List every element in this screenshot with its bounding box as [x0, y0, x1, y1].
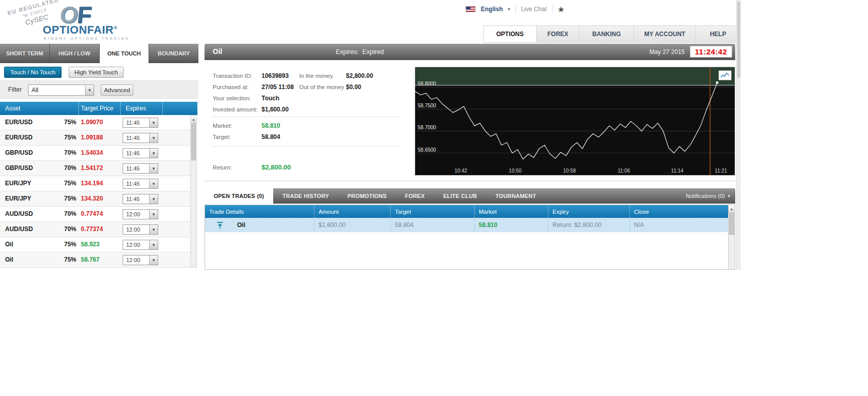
- tab-boundary[interactable]: BOUNDARY: [149, 44, 198, 63]
- asset-row[interactable]: EUR/JPY 75% 134.320 11:45▾: [0, 191, 190, 207]
- field-label: Transaction ID:: [213, 73, 252, 79]
- scroll-up-icon[interactable]: ▲: [729, 205, 735, 213]
- chevron-down-icon[interactable]: ▾: [85, 85, 94, 95]
- open-trade-row[interactable]: Oil $1,600.00 58.804 58.810 Return: $2,8…: [205, 218, 728, 232]
- advanced-button[interactable]: Advanced: [101, 84, 133, 96]
- asset-row[interactable]: EUR/USD 75% 1.09070 11:45▾: [0, 115, 190, 130]
- filter-label: Filter: [8, 86, 22, 93]
- asset-row[interactable]: Oil 75% 58.923 12:00▾: [0, 237, 190, 252]
- scrollbar-thumb[interactable]: [737, 2, 740, 78]
- asset-row[interactable]: EUR/JPY 75% 134.194 11:45▾: [0, 176, 190, 191]
- target-price: 1.09188: [81, 134, 103, 141]
- target-price: 134.194: [81, 180, 103, 187]
- chevron-down-icon[interactable]: ▾: [149, 149, 158, 158]
- column-header-expires: Expires: [121, 102, 163, 115]
- tab-open-trades[interactable]: OPEN TRADES (0): [205, 188, 273, 204]
- live-chat-link[interactable]: Live Chat: [521, 6, 547, 13]
- svg-text:58.7500: 58.7500: [418, 103, 437, 108]
- asset-name: AUD/USD: [5, 225, 33, 233]
- tab-short-term[interactable]: SHORT TERM: [0, 44, 50, 63]
- high-yield-touch-button[interactable]: High Yield Touch: [69, 67, 124, 78]
- current-date: May 27 2015: [649, 48, 684, 55]
- svg-text:10:58: 10:58: [563, 168, 576, 174]
- asset-row[interactable]: GBP/USD 70% 1.54172 11:45▾: [0, 161, 190, 176]
- touch-up-icon: [216, 221, 224, 229]
- purchased-at: 27/05 11:08: [262, 83, 294, 91]
- column-header-expiry: Expiry: [548, 205, 630, 218]
- expiry-value: 11:45: [123, 165, 149, 172]
- asset-row[interactable]: EUR/USD 75% 1.09188 11:45▾: [0, 130, 190, 146]
- nav-tab-help[interactable]: HELP: [696, 26, 740, 42]
- scrollbar-thumb[interactable]: [191, 124, 196, 160]
- expiry-select[interactable]: 11:45▾: [123, 118, 158, 128]
- scrollbar-thumb[interactable]: [729, 213, 734, 235]
- expiry-select[interactable]: 12:00▾: [123, 224, 158, 235]
- asset-list-scrollbar[interactable]: ▲: [190, 115, 197, 268]
- column-header-amount: Amount: [314, 205, 391, 218]
- expiry-select[interactable]: 12:00▾: [123, 255, 158, 265]
- chevron-down-icon[interactable]: ▾: [149, 118, 158, 127]
- field-label: Target:: [213, 134, 230, 140]
- chevron-down-icon[interactable]: ▾: [149, 240, 158, 249]
- language-selector[interactable]: English: [481, 6, 503, 13]
- chevron-down-icon[interactable]: ▾: [149, 210, 158, 219]
- favorites-star-icon[interactable]: ★: [558, 5, 565, 14]
- brand-name: OPTIONFAIR®: [43, 23, 118, 37]
- expiry-select[interactable]: 12:00▾: [123, 240, 158, 250]
- target-price: 0.77374: [81, 225, 103, 233]
- touch-no-touch-button[interactable]: Touch / No Touch: [4, 67, 62, 78]
- expiry-select[interactable]: 11:45▾: [123, 163, 158, 174]
- tab-forex[interactable]: FOREX: [396, 188, 434, 204]
- asset-row[interactable]: AUD/USD 70% 0.77474 12:00▾: [0, 207, 190, 222]
- expiry-select[interactable]: 12:00▾: [123, 209, 158, 219]
- divider: [515, 6, 516, 13]
- tab-one-touch[interactable]: ONE TOUCH: [100, 44, 150, 63]
- brand-text: OPTIONFAIR: [43, 23, 113, 36]
- nav-tab-forex[interactable]: FOREX: [536, 26, 580, 42]
- expires-status: Expires: Expired: [336, 48, 384, 55]
- asset-row[interactable]: GBP/USD 70% 1.54034 11:45▾: [0, 146, 190, 161]
- chevron-down-icon[interactable]: ▾: [149, 225, 158, 234]
- trades-scrollbar[interactable]: ▲: [728, 205, 735, 269]
- payout-percent: 75%: [48, 180, 76, 187]
- scroll-up-icon[interactable]: ▲: [191, 116, 196, 123]
- page-scrollbar[interactable]: [736, 0, 741, 270]
- tab-elite-club[interactable]: ELITE CLUB: [434, 188, 486, 204]
- tab-promotions[interactable]: PROMOTIONS: [338, 188, 396, 204]
- option-type-tabs: SHORT TERM HIGH / LOW ONE TOUCH BOUNDARY: [0, 44, 198, 63]
- chevron-down-icon[interactable]: ▾: [508, 7, 510, 12]
- expiry-value: 12:00: [123, 211, 149, 217]
- target-price: 1.54172: [81, 164, 103, 172]
- target-price: 134.320: [81, 195, 103, 202]
- tab-high-low[interactable]: HIGH / LOW: [50, 44, 100, 63]
- expiry-select[interactable]: 11:45▾: [123, 133, 158, 143]
- column-header-target: Target: [391, 205, 475, 218]
- asset-row[interactable]: Oil 75% 58.767 12:00▾: [0, 252, 190, 268]
- nav-tab-options[interactable]: OPTIONS: [484, 26, 536, 42]
- notifications-dropdown[interactable]: Notifications (0) ▾: [686, 188, 730, 204]
- chevron-down-icon[interactable]: ▾: [149, 133, 158, 143]
- payout-percent: 70%: [48, 225, 76, 233]
- nav-tab-my-account[interactable]: MY ACCOUNT: [633, 26, 696, 42]
- expiry-select[interactable]: 11:45▾: [123, 179, 158, 189]
- nav-tab-banking[interactable]: BANKING: [579, 26, 633, 42]
- chart-type-button[interactable]: [718, 70, 732, 80]
- tab-trade-history[interactable]: TRADE HISTORY: [273, 188, 338, 204]
- bottom-panel: OPEN TRADES (0) TRADE HISTORY PROMOTIONS…: [205, 188, 735, 270]
- chevron-down-icon[interactable]: ▾: [149, 179, 158, 188]
- asset-row[interactable]: AUD/USD 70% 0.77374 12:00▾: [0, 222, 190, 237]
- expiry-select[interactable]: 11:45▾: [123, 148, 158, 158]
- payout-percent: 75%: [48, 256, 76, 263]
- chevron-down-icon[interactable]: ▾: [149, 194, 158, 204]
- expiry-select[interactable]: 11:45▾: [123, 194, 158, 204]
- open-trades-table: Trade Details Amount Target Market Expir…: [205, 205, 735, 270]
- tab-tournament[interactable]: TOURNAMENT: [486, 188, 545, 204]
- chevron-down-icon[interactable]: ▾: [149, 164, 158, 173]
- expiry-value: 12:00: [123, 242, 149, 248]
- column-header-market: Market: [475, 205, 548, 218]
- price-chart: 58.800058.750058.700058.650010:4210:5010…: [415, 67, 735, 176]
- chevron-down-icon[interactable]: ▾: [149, 256, 158, 265]
- us-flag-icon: [466, 6, 476, 12]
- filter-select[interactable]: All ▾: [28, 84, 94, 96]
- expires-label: Expires:: [336, 48, 359, 55]
